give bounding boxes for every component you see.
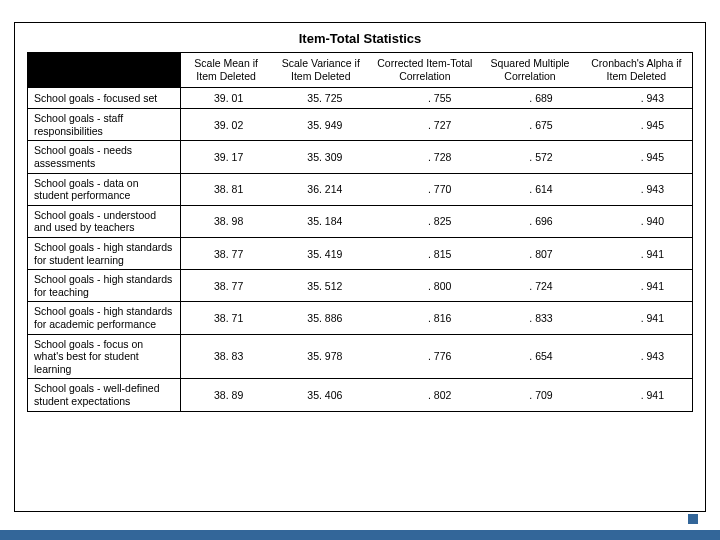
- cell-scale-mean: 39. 01: [181, 88, 272, 109]
- header-corrected-correlation: Corrected Item-Total Correlation: [370, 53, 479, 88]
- table-row: School goals - focus on what's best for …: [28, 334, 693, 379]
- row-label: School goals - focused set: [28, 88, 181, 109]
- cell-squared-multiple: . 696: [479, 205, 580, 237]
- cell-corrected-correlation: . 727: [370, 109, 479, 141]
- header-scale-variance: Scale Variance if Item Deleted: [271, 53, 370, 88]
- header-scale-mean: Scale Mean if Item Deleted: [181, 53, 272, 88]
- cell-scale-variance: 35. 309: [271, 141, 370, 173]
- table-row: School goals - high standards for teachi…: [28, 270, 693, 302]
- cell-squared-multiple: . 709: [479, 379, 580, 411]
- row-label: School goals - high standards for academ…: [28, 302, 181, 334]
- header-squared-multiple: Squared Multiple Correlation: [479, 53, 580, 88]
- cell-cronbach-alpha: . 940: [581, 205, 693, 237]
- cell-scale-mean: 38. 89: [181, 379, 272, 411]
- cell-corrected-correlation: . 802: [370, 379, 479, 411]
- table-row: School goals - understood and used by te…: [28, 205, 693, 237]
- cell-corrected-correlation: . 825: [370, 205, 479, 237]
- row-label: School goals - staff responsibilities: [28, 109, 181, 141]
- row-label: School goals - high standards for studen…: [28, 238, 181, 270]
- cell-corrected-correlation: . 755: [370, 88, 479, 109]
- cell-squared-multiple: . 675: [479, 109, 580, 141]
- table-row: School goals - staff responsibilities39.…: [28, 109, 693, 141]
- cell-cronbach-alpha: . 945: [581, 109, 693, 141]
- table-row: School goals - high standards for academ…: [28, 302, 693, 334]
- cell-scale-variance: 35. 184: [271, 205, 370, 237]
- cell-cronbach-alpha: . 941: [581, 379, 693, 411]
- table-row: School goals - well-defined student expe…: [28, 379, 693, 411]
- cell-scale-variance: 35. 978: [271, 334, 370, 379]
- cell-squared-multiple: . 833: [479, 302, 580, 334]
- cell-scale-variance: 35. 419: [271, 238, 370, 270]
- table-row: School goals - data on student performan…: [28, 173, 693, 205]
- cell-scale-mean: 39. 02: [181, 109, 272, 141]
- cell-squared-multiple: . 724: [479, 270, 580, 302]
- row-label: School goals - understood and used by te…: [28, 205, 181, 237]
- cell-cronbach-alpha: . 941: [581, 302, 693, 334]
- row-label: School goals - focus on what's best for …: [28, 334, 181, 379]
- cell-squared-multiple: . 614: [479, 173, 580, 205]
- cell-cronbach-alpha: . 945: [581, 141, 693, 173]
- cell-cronbach-alpha: . 943: [581, 334, 693, 379]
- cell-scale-mean: 38. 71: [181, 302, 272, 334]
- cell-scale-variance: 35. 725: [271, 88, 370, 109]
- cell-squared-multiple: . 572: [479, 141, 580, 173]
- footer-square-icon: [688, 514, 698, 524]
- cell-cronbach-alpha: . 941: [581, 270, 693, 302]
- header-blank: [28, 53, 181, 88]
- slide-frame: Item-Total Statistics Scale Mean if Item…: [14, 22, 706, 512]
- cell-squared-multiple: . 689: [479, 88, 580, 109]
- cell-cronbach-alpha: . 943: [581, 173, 693, 205]
- cell-corrected-correlation: . 815: [370, 238, 479, 270]
- cell-scale-mean: 38. 81: [181, 173, 272, 205]
- cell-corrected-correlation: . 770: [370, 173, 479, 205]
- table-header-row: Scale Mean if Item Deleted Scale Varianc…: [28, 53, 693, 88]
- cell-scale-variance: 35. 949: [271, 109, 370, 141]
- table-row: School goals - high standards for studen…: [28, 238, 693, 270]
- cell-scale-variance: 35. 886: [271, 302, 370, 334]
- cell-corrected-correlation: . 728: [370, 141, 479, 173]
- cell-corrected-correlation: . 816: [370, 302, 479, 334]
- row-label: School goals - data on student performan…: [28, 173, 181, 205]
- table-title: Item-Total Statistics: [15, 23, 705, 52]
- row-label: School goals - well-defined student expe…: [28, 379, 181, 411]
- cell-scale-variance: 36. 214: [271, 173, 370, 205]
- row-label: School goals - needs assessments: [28, 141, 181, 173]
- footer-bar: [0, 530, 720, 540]
- cell-scale-variance: 35. 512: [271, 270, 370, 302]
- cell-cronbach-alpha: . 941: [581, 238, 693, 270]
- header-cronbach-alpha: Cronbach's Alpha if Item Deleted: [581, 53, 693, 88]
- cell-scale-variance: 35. 406: [271, 379, 370, 411]
- cell-scale-mean: 38. 98: [181, 205, 272, 237]
- cell-cronbach-alpha: . 943: [581, 88, 693, 109]
- statistics-table: Scale Mean if Item Deleted Scale Varianc…: [27, 52, 693, 412]
- cell-scale-mean: 39. 17: [181, 141, 272, 173]
- cell-squared-multiple: . 807: [479, 238, 580, 270]
- cell-scale-mean: 38. 77: [181, 270, 272, 302]
- cell-scale-mean: 38. 83: [181, 334, 272, 379]
- row-label: School goals - high standards for teachi…: [28, 270, 181, 302]
- table-row: School goals - needs assessments39. 1735…: [28, 141, 693, 173]
- cell-corrected-correlation: . 800: [370, 270, 479, 302]
- cell-squared-multiple: . 654: [479, 334, 580, 379]
- cell-scale-mean: 38. 77: [181, 238, 272, 270]
- table-row: School goals - focused set39. 0135. 725.…: [28, 88, 693, 109]
- cell-corrected-correlation: . 776: [370, 334, 479, 379]
